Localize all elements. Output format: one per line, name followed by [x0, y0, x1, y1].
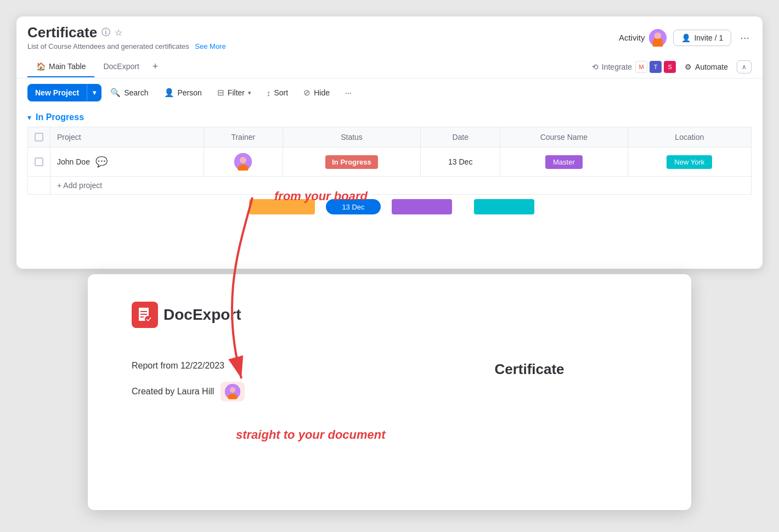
creator-avatar-svg: [225, 384, 240, 399]
preview-course-bar: [392, 199, 452, 214]
svg-point-4: [240, 157, 246, 163]
document-right: Certificate: [411, 361, 647, 378]
group-header: ▾ In Progress: [27, 107, 752, 127]
tab-docexport-label: DocExport: [103, 62, 139, 71]
created-by-label: Created by Laura Hill: [132, 387, 214, 397]
hide-icon: ⊘: [303, 88, 311, 98]
header-left: Certificate ⓘ ☆ List of Course Attendees…: [27, 24, 226, 51]
new-project-dropdown-icon[interactable]: ▾: [87, 84, 101, 101]
col-project: Project: [50, 127, 204, 148]
hide-button[interactable]: ⊘ Hide: [297, 84, 336, 101]
collapse-button[interactable]: ∧: [737, 60, 752, 73]
course-name-cell[interactable]: Master: [500, 148, 628, 177]
sort-icon: ↕: [267, 88, 271, 98]
add-tab-button[interactable]: +: [148, 55, 163, 78]
app-header: Certificate ⓘ ☆ List of Course Attendees…: [16, 16, 763, 51]
creator-avatar-highlight: [221, 382, 245, 401]
table-wrapper: Project Trainer Status Date Course Name …: [27, 127, 752, 219]
activity-button[interactable]: Activity: [619, 29, 667, 47]
course-name-badge: Master: [545, 155, 583, 169]
certificate-title: Certificate: [494, 361, 564, 378]
search-icon: 🔍: [110, 88, 121, 98]
tab-main-table[interactable]: 🏠 Main Table: [27, 56, 94, 77]
person-button[interactable]: 👤 Person: [157, 84, 208, 101]
select-all-checkbox[interactable]: [35, 133, 43, 142]
group-chevron-icon[interactable]: ▾: [27, 113, 31, 122]
app-subtitle: List of Course Attendees and generated c…: [27, 42, 189, 50]
header-right: Activity 👤 Invite / 1 ···: [619, 29, 752, 47]
col-status: Status: [283, 127, 421, 148]
more-options-icon[interactable]: ···: [738, 29, 752, 46]
project-name-cell: John Doe 💬: [50, 148, 204, 177]
star-icon[interactable]: ☆: [115, 27, 122, 38]
filter-chevron-icon: ▾: [248, 89, 251, 97]
new-project-label: New Project: [27, 84, 87, 101]
integrate-button[interactable]: ⟲ Integrate M T S: [592, 61, 676, 73]
see-more-link[interactable]: See More: [195, 42, 225, 50]
sort-button[interactable]: ↕ Sort: [260, 84, 295, 101]
report-from-field: Report from 12/22/2023: [132, 361, 368, 371]
new-project-button[interactable]: New Project ▾: [27, 84, 101, 101]
hide-label: Hide: [314, 88, 330, 97]
add-project-row[interactable]: + Add project: [28, 177, 752, 195]
created-by-field: Created by Laura Hill: [132, 382, 368, 401]
integration-icons: M T S: [635, 61, 676, 73]
row-checkbox-cell[interactable]: [28, 148, 50, 177]
filter-icon: ⊟: [217, 88, 224, 98]
gmail-icon: M: [635, 61, 647, 73]
date-cell[interactable]: 13 Dec: [421, 148, 500, 177]
svg-point-13: [230, 387, 235, 393]
add-project-label[interactable]: + Add project: [50, 177, 752, 195]
subtitle-row: List of Course Attendees and generated c…: [27, 41, 226, 51]
person-icon: 👤: [164, 88, 174, 98]
svg-point-11: [145, 316, 151, 322]
info-icon[interactable]: ⓘ: [101, 27, 110, 38]
docexport-logo-icon: [132, 302, 158, 328]
title-row: Certificate ⓘ ☆: [27, 24, 226, 41]
add-message-icon[interactable]: 💬: [95, 156, 108, 168]
status-cell[interactable]: In Progress: [283, 148, 421, 177]
col-trainer: Trainer: [204, 127, 283, 148]
tabs-row: 🏠 Main Table DocExport + ⟲ Integrate M T…: [16, 55, 763, 78]
more-toolbar-icon: ···: [345, 88, 352, 97]
trainer-cell: [204, 148, 283, 177]
search-label: Search: [124, 88, 148, 97]
preview-location-cell: [470, 199, 552, 214]
annotation-from-board: from your board: [274, 189, 368, 203]
main-table: Project Trainer Status Date Course Name …: [27, 127, 752, 195]
tabs-right: ⟲ Integrate M T S ⚙ Automate ∧: [592, 60, 752, 73]
trainer-avatar-svg: [234, 153, 252, 171]
page-title: Certificate: [27, 24, 97, 41]
top-panel: Certificate ⓘ ☆ List of Course Attendees…: [16, 16, 763, 269]
col-checkbox[interactable]: [28, 127, 50, 148]
automate-icon: ⚙: [685, 63, 692, 71]
search-button[interactable]: 🔍 Search: [104, 84, 155, 101]
avatar: [649, 29, 667, 47]
automate-button[interactable]: ⚙ Automate: [685, 63, 728, 71]
status-badge: In Progress: [325, 155, 378, 169]
preview-location-bar: [474, 199, 534, 214]
tab-docexport[interactable]: DocExport: [94, 56, 148, 77]
automate-label: Automate: [695, 63, 728, 71]
preview-course-cell: [387, 199, 470, 214]
svg-point-1: [654, 33, 661, 39]
bottom-panel: DocExport Report from 12/22/2023 Created…: [88, 274, 691, 510]
home-icon: 🏠: [36, 62, 46, 71]
row-checkbox[interactable]: [35, 157, 43, 166]
more-toolbar-button[interactable]: ···: [338, 84, 358, 101]
invite-label: Invite / 1: [694, 33, 723, 42]
person-label: Person: [178, 88, 202, 97]
integrate-label: Integrate: [602, 63, 632, 71]
report-from-text: Report from 12/22/2023: [132, 361, 224, 370]
invite-button[interactable]: 👤 Invite / 1: [673, 30, 731, 46]
sort-label: Sort: [274, 88, 288, 97]
activity-label: Activity: [619, 33, 645, 42]
svg-point-2: [652, 41, 663, 47]
docexport-name: DocExport: [163, 306, 241, 324]
created-by-row: Created by Laura Hill: [132, 382, 368, 401]
location-cell[interactable]: New York: [628, 148, 751, 177]
group-title: In Progress: [36, 112, 84, 122]
filter-button[interactable]: ⊟ Filter ▾: [211, 84, 258, 101]
table-area: ▾ In Progress Project Trainer Status Dat…: [16, 107, 763, 219]
preview-row: 13 Dec: [42, 195, 752, 219]
